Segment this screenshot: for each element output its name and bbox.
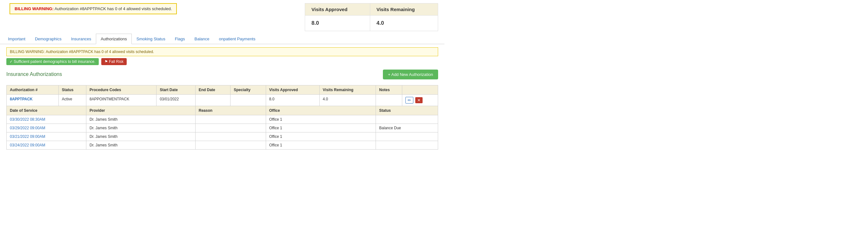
- action-icons: ✏ ✕: [405, 97, 435, 103]
- service-office-2: Office 1: [266, 124, 376, 132]
- add-new-authorization-button[interactable]: + Add New Authorization: [383, 69, 438, 80]
- service-provider-2: Dr. James Smith: [86, 124, 195, 132]
- tab-important[interactable]: Important: [3, 34, 30, 44]
- top-billing-warning: BILLING WARNING: Authorization #8APPTPAC…: [9, 3, 177, 14]
- service-date-link-2[interactable]: 03/29/2022 09:00AM: [10, 126, 45, 130]
- visits-remaining-header: Visits Remaining: [370, 3, 438, 15]
- service-reason-3: [195, 132, 266, 141]
- auth-table: Authorization # Status Procedure Codes S…: [6, 85, 438, 150]
- col-notes: Notes: [376, 86, 402, 95]
- delete-auth-button[interactable]: ✕: [415, 97, 423, 103]
- auth-number-link[interactable]: 8APPTPACK: [10, 97, 33, 101]
- service-status-4: [376, 141, 438, 150]
- service-office-3: Office 1: [266, 132, 376, 141]
- tab-flags[interactable]: Flags: [170, 34, 190, 44]
- col-auth-num: Authorization #: [7, 86, 59, 95]
- service-sub-header-row: Date of Service Provider Reason Office S…: [7, 106, 438, 115]
- auth-procedure-codes-cell: 8APPOINTMENTPACK: [86, 95, 157, 106]
- service-office-1: Office 1: [266, 115, 376, 124]
- service-office-4: Office 1: [266, 141, 376, 150]
- visits-approved-header: Visits Approved: [305, 3, 370, 15]
- auth-visits-remaining-cell: 4.0: [319, 95, 376, 106]
- service-status-3: [376, 132, 438, 141]
- auth-visits-approved-cell: 8.0: [266, 95, 319, 106]
- service-date-link-3[interactable]: 03/21/2022 09:00AM: [10, 134, 45, 139]
- fall-risk-badge: ⚑ Fall Risk: [101, 58, 127, 65]
- col-procedure-codes: Procedure Codes: [86, 86, 157, 95]
- auth-number-cell: 8APPTPACK: [7, 95, 59, 106]
- table-row: 8APPTPACK Active 8APPOINTMENTPACK 03/01/…: [7, 95, 438, 106]
- sub-header-reason: Reason: [195, 106, 266, 115]
- service-row: 03/29/2022 09:00AM Dr. James Smith Offic…: [7, 124, 438, 132]
- section-title: Insurance Authorizations: [6, 71, 62, 77]
- service-row: 03/30/2022 08:30AM Dr. James Smith Offic…: [7, 115, 438, 124]
- service-date-link-1[interactable]: 03/30/2022 08:30AM: [10, 117, 45, 122]
- sub-header-provider: Provider: [86, 106, 195, 115]
- edit-auth-button[interactable]: ✏: [405, 97, 413, 103]
- auth-notes-cell: [376, 95, 402, 106]
- tab-demographics[interactable]: Demographics: [30, 34, 66, 44]
- auth-start-date-cell: 03/01/2022: [157, 95, 195, 106]
- status-badges: ✓ Sufficient patient demographics to bil…: [6, 58, 438, 65]
- tab-authorizations[interactable]: Authorizations: [96, 34, 131, 44]
- service-provider-1: Dr. James Smith: [86, 115, 195, 124]
- auth-action-cell: ✏ ✕: [402, 95, 438, 106]
- col-visits-approved: Visits Approved: [266, 86, 319, 95]
- service-date-link-4[interactable]: 03/24/2022 09:00AM: [10, 143, 45, 147]
- service-row: 03/24/2022 09:00AM Dr. James Smith Offic…: [7, 141, 438, 150]
- service-date-3: 03/21/2022 09:00AM: [7, 132, 86, 141]
- billing-warning-text: Authorization #8APPTPACK has 0 of 4 allo…: [54, 6, 172, 11]
- visits-approved-value: 8.0: [305, 15, 370, 31]
- service-date-4: 03/24/2022 09:00AM: [7, 141, 86, 150]
- col-specialty: Specialty: [230, 86, 266, 95]
- billing-warning-banner: BILLING WARNING: Authorization #8APPTPAC…: [6, 47, 438, 56]
- col-status: Status: [58, 86, 86, 95]
- auth-end-date-cell: [195, 95, 230, 106]
- service-date-1: 03/30/2022 08:30AM: [7, 115, 86, 124]
- col-actions: [402, 86, 438, 95]
- auth-status-cell: Active: [58, 95, 86, 106]
- col-visits-remaining: Visits Remaining: [319, 86, 376, 95]
- billing-warning-bold: BILLING WARNING:: [14, 6, 54, 11]
- sub-header-status: Status: [376, 106, 438, 115]
- col-start-date: Start Date: [157, 86, 195, 95]
- service-reason-1: [195, 115, 266, 124]
- visits-remaining-value: 4.0: [370, 15, 438, 31]
- tab-insurances[interactable]: Insurances: [66, 34, 96, 44]
- service-provider-3: Dr. James Smith: [86, 132, 195, 141]
- visits-summary-table: Visits Approved Visits Remaining 8.0 4.0: [305, 3, 438, 31]
- tabs-bar: Important Demographics Insurances Author…: [0, 34, 444, 44]
- service-status-1: [376, 115, 438, 124]
- col-end-date: End Date: [195, 86, 230, 95]
- demographics-badge: ✓ Sufficient patient demographics to bil…: [6, 58, 99, 65]
- tab-balance[interactable]: Balance: [190, 34, 214, 44]
- auth-specialty-cell: [230, 95, 266, 106]
- service-status-2: Balance Due: [376, 124, 438, 132]
- sub-header-date: Date of Service: [7, 106, 86, 115]
- service-row: 03/21/2022 09:00AM Dr. James Smith Offic…: [7, 132, 438, 141]
- sub-header-office: Office: [266, 106, 376, 115]
- service-reason-4: [195, 141, 266, 150]
- tab-smoking-status[interactable]: Smoking Status: [132, 34, 170, 44]
- service-date-2: 03/29/2022 09:00AM: [7, 124, 86, 132]
- tab-onpatient-payments[interactable]: onpatient Payments: [214, 34, 260, 44]
- service-provider-4: Dr. James Smith: [86, 141, 195, 150]
- service-reason-2: [195, 124, 266, 132]
